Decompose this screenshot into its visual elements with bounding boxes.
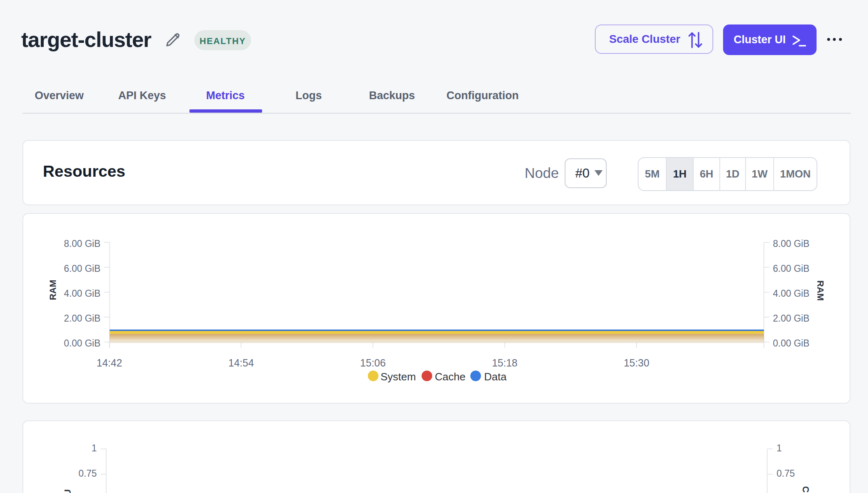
svg-text:CPU: CPU: [801, 486, 811, 493]
svg-text:0.75: 0.75: [777, 468, 795, 479]
svg-text:Cache: Cache: [435, 371, 465, 383]
svg-text:4.00 GiB: 4.00 GiB: [773, 288, 810, 299]
svg-text:0.75: 0.75: [78, 468, 97, 479]
svg-text:2.00 GiB: 2.00 GiB: [64, 313, 101, 324]
svg-text:1: 1: [777, 443, 782, 453]
svg-text:8.00 GiB: 8.00 GiB: [773, 238, 810, 249]
svg-text:1: 1: [91, 443, 97, 453]
svg-text:15:18: 15:18: [492, 357, 518, 369]
svg-text:4.00 GiB: 4.00 GiB: [64, 288, 101, 299]
svg-text:2.00 GiB: 2.00 GiB: [773, 313, 810, 324]
svg-text:6.00 GiB: 6.00 GiB: [773, 263, 810, 274]
svg-text:0.00 GiB: 0.00 GiB: [773, 338, 810, 349]
svg-text:Data: Data: [484, 371, 507, 383]
svg-text:14:54: 14:54: [228, 357, 254, 369]
svg-text:8.00 GiB: 8.00 GiB: [64, 238, 101, 249]
svg-text:15:30: 15:30: [624, 357, 650, 369]
svg-text:14:42: 14:42: [97, 357, 122, 369]
svg-text:System: System: [381, 371, 416, 383]
svg-text:6.00 GiB: 6.00 GiB: [64, 263, 101, 274]
svg-text:CPU: CPU: [62, 489, 73, 493]
svg-text:RAM: RAM: [48, 280, 58, 300]
svg-text:RAM: RAM: [815, 280, 826, 301]
svg-text:15:06: 15:06: [360, 357, 386, 369]
svg-text:0.00 GiB: 0.00 GiB: [64, 338, 101, 349]
